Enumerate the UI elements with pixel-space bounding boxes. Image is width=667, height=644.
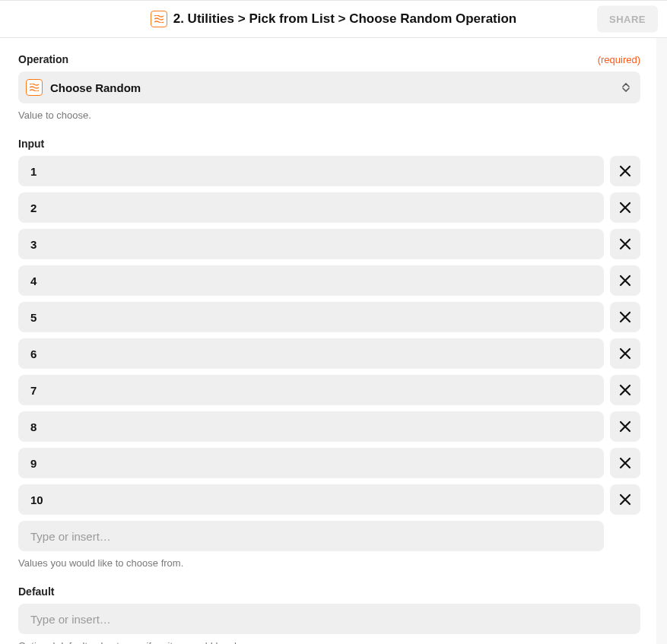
delete-button[interactable]	[610, 448, 640, 478]
delete-button[interactable]	[610, 375, 640, 405]
input-row: 6	[18, 338, 640, 369]
input-row: 1	[18, 156, 640, 186]
input-row: 5	[18, 302, 640, 332]
input-value[interactable]: 5	[18, 302, 604, 332]
input-row: 7	[18, 375, 640, 405]
close-icon	[618, 201, 632, 214]
default-helper: Optional default value to use if no item…	[18, 640, 640, 644]
input-label: Input	[18, 138, 640, 150]
input-row: 9	[18, 448, 640, 478]
input-value[interactable]: 10	[18, 484, 604, 515]
delete-button[interactable]	[610, 338, 640, 369]
page-header: 2. Utilities > Pick from List > Choose R…	[0, 0, 667, 38]
delete-button[interactable]	[610, 265, 640, 296]
close-icon	[618, 164, 632, 178]
operation-header: Operation (required)	[18, 53, 640, 65]
close-icon	[618, 420, 632, 433]
input-list: 12345678910	[18, 156, 640, 515]
input-helper: Values you would like to choose from.	[18, 557, 640, 569]
operation-select[interactable]: Choose Random	[18, 71, 640, 103]
input-row: 2	[18, 192, 640, 223]
input-row: 10	[18, 484, 640, 515]
input-value[interactable]: 8	[18, 411, 604, 442]
close-icon	[618, 383, 632, 397]
delete-button[interactable]	[610, 192, 640, 223]
breadcrumb: 2. Utilities > Pick from List > Choose R…	[173, 11, 517, 27]
input-row: 8	[18, 411, 640, 442]
delete-button[interactable]	[610, 484, 640, 515]
input-value[interactable]: 7	[18, 375, 604, 405]
input-value[interactable]: 6	[18, 338, 604, 369]
default-text[interactable]	[30, 613, 628, 626]
input-value[interactable]: 9	[18, 448, 604, 478]
close-icon	[618, 456, 632, 470]
delete-button[interactable]	[610, 411, 640, 442]
share-button[interactable]: SHARE	[597, 6, 658, 33]
input-add-field[interactable]	[18, 521, 604, 551]
scrollbar-track[interactable]	[656, 38, 667, 644]
delete-button[interactable]	[610, 229, 640, 259]
utilities-icon	[151, 11, 167, 27]
close-icon	[618, 493, 632, 506]
close-icon	[618, 347, 632, 360]
operation-label: Operation	[18, 53, 68, 65]
operation-helper: Value to choose.	[18, 109, 640, 121]
required-badge: (required)	[598, 54, 640, 65]
input-value[interactable]: 4	[18, 265, 604, 296]
close-icon	[618, 237, 632, 251]
utilities-icon	[26, 79, 43, 96]
input-value[interactable]: 1	[18, 156, 604, 186]
input-row: 4	[18, 265, 640, 296]
input-add-text[interactable]	[30, 530, 592, 543]
input-value[interactable]: 3	[18, 229, 604, 259]
delete-button[interactable]	[610, 302, 640, 332]
input-value[interactable]: 2	[18, 192, 604, 223]
form-body: Operation (required) Choose Random Value…	[0, 38, 667, 644]
close-icon	[618, 310, 632, 324]
breadcrumb-container: 2. Utilities > Pick from List > Choose R…	[151, 11, 517, 27]
operation-value: Choose Random	[50, 81, 615, 94]
delete-button[interactable]	[610, 156, 640, 186]
select-stepper-icon	[622, 83, 630, 92]
default-field[interactable]	[18, 604, 640, 634]
close-icon	[618, 274, 632, 287]
input-row: 3	[18, 229, 640, 259]
default-label: Default	[18, 585, 640, 598]
